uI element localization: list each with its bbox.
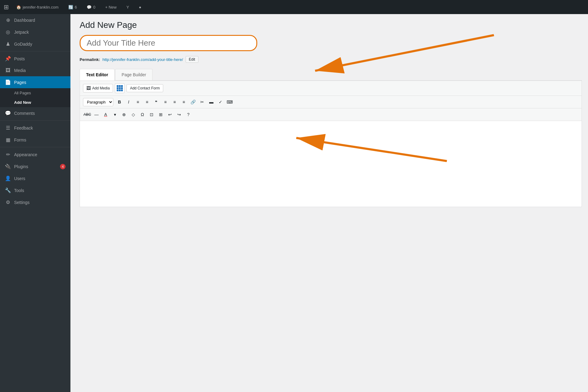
yoast-link[interactable]: Y [124, 4, 132, 11]
italic-button[interactable]: I [124, 98, 133, 106]
sidebar-item-jetpack[interactable]: ◎ Jetpack [0, 26, 70, 38]
page-title: Add New Page [80, 20, 582, 30]
align-center-button[interactable]: ≡ [170, 98, 179, 106]
font-color-button[interactable]: A [101, 110, 110, 119]
strikethrough-button[interactable]: ABC [83, 110, 92, 119]
sidebar-item-forms[interactable]: ▦ Forms [0, 134, 70, 146]
font-color-dropdown[interactable]: ▾ [111, 110, 119, 119]
clear-formatting-button[interactable]: ◇ [129, 110, 138, 119]
sidebar-item-label: Tools [14, 188, 24, 193]
yoast-icon: Y [126, 5, 129, 9]
home-icon: 🏠 [16, 5, 21, 9]
updates-count: 6 [75, 5, 77, 9]
dashboard-icon: ⊕ [5, 17, 11, 23]
updates-link[interactable]: 🔄 6 [66, 4, 79, 11]
sidebar-item-tools[interactable]: 🔧 Tools [0, 184, 70, 196]
sidebar-item-all-pages[interactable]: All Pages [0, 88, 70, 98]
content-area: Add New Page Permalink: http://jennifer-… [70, 14, 588, 392]
permalink-link[interactable]: http://jennifer-franklin.com/add-your-ti… [102, 57, 183, 62]
sidebar-item-appearance[interactable]: ✏ Appearance [0, 149, 70, 160]
new-content-link[interactable]: + New [103, 4, 119, 11]
permalink-row: Permalink: http://jennifer-franklin.com/… [80, 56, 582, 63]
special-chars-button[interactable]: Ω [138, 110, 147, 119]
separator-button[interactable]: ▬ [207, 98, 216, 106]
add-media-label: Add Media [92, 86, 110, 90]
wp-logo-icon[interactable]: ⊞ [4, 3, 9, 11]
blockquote-button[interactable]: ❝ [152, 98, 160, 106]
spellcheck-button[interactable]: ✓ [216, 98, 225, 106]
sidebar-item-label: Plugins [14, 164, 28, 169]
site-url: jennifer-franklin.com [23, 5, 58, 9]
comments-sidebar-icon: 💬 [5, 110, 11, 116]
ordered-list-button[interactable]: ≡ [143, 98, 151, 106]
sidebar-item-label: Jetpack [14, 30, 29, 35]
sidebar-item-label: Appearance [14, 152, 37, 157]
permalink-edit-button[interactable]: Edit [186, 56, 199, 63]
add-contact-form-button[interactable]: Add Contact Form [126, 84, 163, 92]
unordered-list-button[interactable]: ≡ [134, 98, 142, 106]
sidebar-divider [0, 51, 70, 51]
align-right-button[interactable]: ≡ [179, 98, 188, 106]
site-link[interactable]: 🏠 jennifer-franklin.com [14, 4, 61, 11]
link-button[interactable]: 🔗 [189, 98, 197, 106]
align-left-button[interactable]: ≡ [161, 98, 170, 106]
comments-count: 0 [93, 5, 95, 9]
new-label: + New [105, 5, 117, 9]
grid-view-button[interactable] [115, 83, 125, 93]
title-wrapper [80, 35, 582, 51]
pages-submenu: All Pages Add New [0, 88, 70, 107]
text-editor-tab-label: Text Editor [86, 72, 108, 77]
updates-icon: 🔄 [68, 5, 73, 9]
feedback-icon: ☰ [5, 125, 11, 131]
sidebar-item-comments[interactable]: 💬 Comments [0, 107, 70, 119]
sidebar-item-label: Forms [14, 138, 26, 142]
sidebar-item-users[interactable]: 👤 Users [0, 172, 70, 184]
unlink-button[interactable]: ✂ [198, 98, 206, 106]
sidebar-item-label: Feedback [14, 126, 33, 130]
comments-icon: 💬 [87, 5, 92, 9]
permalink-label: Permalink: [80, 57, 100, 62]
posts-icon: 📌 [5, 56, 11, 62]
keyboard-shortcut-button[interactable]: ⌨ [225, 98, 234, 106]
redo-button[interactable]: ↪ [175, 110, 183, 119]
page-title-input[interactable] [87, 38, 250, 48]
sidebar-item-posts[interactable]: 📌 Posts [0, 53, 70, 65]
sidebar-item-pages[interactable]: 📄 Pages [0, 76, 70, 88]
paragraph-select[interactable]: Paragraph [83, 98, 113, 106]
all-pages-label: All Pages [14, 91, 31, 95]
sidebar-item-label: Media [14, 68, 26, 73]
sidebar-item-feedback[interactable]: ☰ Feedback [0, 122, 70, 134]
help-button[interactable]: ? [184, 110, 193, 119]
horizontal-rule-button[interactable]: — [92, 110, 101, 119]
sidebar-item-godaddy[interactable]: ♟ GoDaddy [0, 38, 70, 50]
sidebar-item-dashboard[interactable]: ⊕ Dashboard [0, 14, 70, 26]
sidebar-divider-2 [0, 120, 70, 121]
sidebar-item-add-new[interactable]: Add New [0, 98, 70, 107]
tools-icon: 🔧 [5, 187, 11, 193]
bold-button[interactable]: B [115, 98, 124, 106]
add-media-button[interactable]: 🖼 Add Media [83, 84, 113, 92]
indent-button[interactable]: ⊞ [156, 110, 165, 119]
plugins-icon: 🔌 [5, 164, 11, 169]
tab-page-builder[interactable]: Page Builder [115, 69, 153, 80]
comments-link[interactable]: 💬 0 [84, 4, 98, 11]
editor-body[interactable] [80, 121, 582, 207]
sidebar-item-settings[interactable]: ⚙ Settings [0, 196, 70, 208]
pages-icon: 📄 [5, 79, 11, 85]
tab-text-editor[interactable]: Text Editor [80, 69, 115, 81]
main-layout: ⊕ Dashboard ◎ Jetpack ♟ GoDaddy 📌 Posts … [0, 14, 588, 392]
paste-as-text-button[interactable]: ⊕ [120, 110, 128, 119]
sidebar-item-media[interactable]: 🖼 Media [0, 65, 70, 76]
forms-icon: ▦ [5, 137, 11, 143]
user-link[interactable]: ● [136, 4, 144, 11]
sidebar-item-plugins[interactable]: 🔌 Plugins 4 [0, 160, 70, 172]
sidebar-item-label: Comments [14, 111, 35, 116]
title-input-container [80, 35, 257, 51]
outdent-button[interactable]: ⊡ [147, 110, 156, 119]
page-builder-tab-label: Page Builder [122, 72, 146, 77]
undo-button[interactable]: ↩ [166, 110, 174, 119]
sidebar-item-label: Dashboard [14, 18, 35, 23]
sidebar-divider-3 [0, 147, 70, 147]
editor-tabs: Text Editor Page Builder [80, 69, 582, 81]
format-toolbar-2: ABC — A ▾ ⊕ ◇ Ω ⊡ ⊞ ↩ ↪ ? [80, 108, 582, 121]
